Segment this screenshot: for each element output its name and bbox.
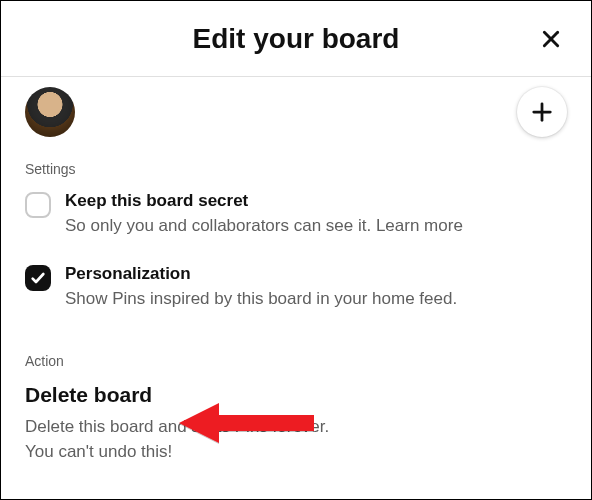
delete-board-button[interactable]: Delete board <box>25 383 152 407</box>
close-button[interactable] <box>531 19 571 59</box>
add-collaborator-button[interactable] <box>517 87 567 137</box>
settings-label: Settings <box>25 161 567 177</box>
collaborators-row <box>1 77 591 151</box>
secret-title: Keep this board secret <box>65 191 567 211</box>
plus-icon <box>531 101 553 123</box>
close-icon <box>541 29 561 49</box>
secret-checkbox[interactable] <box>25 192 51 218</box>
page-title: Edit your board <box>193 23 400 55</box>
action-label: Action <box>25 353 567 369</box>
secret-desc: So only you and collaborators can see it… <box>65 215 567 238</box>
personalization-checkbox[interactable] <box>25 265 51 291</box>
settings-section: Settings Keep this board secret So only … <box>1 151 591 311</box>
avatar[interactable] <box>25 87 75 137</box>
personalization-desc: Show Pins inspired by this board in your… <box>65 288 567 311</box>
action-section: Action Delete board Delete this board an… <box>1 337 591 464</box>
modal-header: Edit your board <box>1 1 591 77</box>
learn-more-link[interactable]: Learn more <box>376 216 463 235</box>
personalization-option-row: Personalization Show Pins inspired by th… <box>25 264 567 311</box>
secret-text: Keep this board secret So only you and c… <box>65 191 567 238</box>
personalization-title: Personalization <box>65 264 567 284</box>
secret-option-row: Keep this board secret So only you and c… <box>25 191 567 238</box>
delete-desc: Delete this board and all its Pins forev… <box>25 415 567 464</box>
personalization-text: Personalization Show Pins inspired by th… <box>65 264 567 311</box>
check-icon <box>30 270 46 286</box>
